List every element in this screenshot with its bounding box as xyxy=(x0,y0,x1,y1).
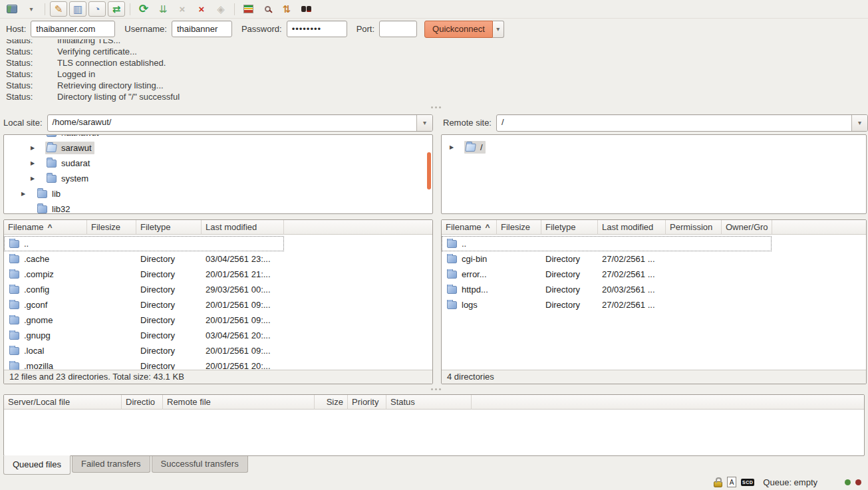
column-header-last-modified[interactable]: Last modified xyxy=(598,220,666,235)
toggle-queue-button[interactable]: ⇄ xyxy=(108,1,125,17)
tree-item-system[interactable]: ▶system xyxy=(4,171,432,186)
tree-item-lib32[interactable]: lib32 xyxy=(4,201,432,214)
file-cell-name: error... xyxy=(442,269,497,279)
tree-item-label-wrap: natthawut xyxy=(45,134,101,139)
file-row-httpd[interactable]: httpd...Directory20/03/2561 ... xyxy=(442,282,866,297)
column-header-filesize[interactable]: Filesize xyxy=(87,220,136,235)
column-header-label: Filesize xyxy=(91,222,120,232)
tree-item-sarawut[interactable]: ▶sarawut xyxy=(4,140,432,156)
column-header-filetype[interactable]: Filetype xyxy=(541,220,598,235)
tree-item-sudarat[interactable]: ▶sudarat xyxy=(4,156,432,171)
column-header-size[interactable]: Size xyxy=(315,395,348,410)
column-header-remote-file[interactable]: Remote file xyxy=(163,395,315,410)
tab-queued-files[interactable]: Queued files xyxy=(3,455,71,475)
tab-successful-transfers[interactable]: Successful transfers xyxy=(152,456,248,473)
file-cell-filetype: Directory xyxy=(136,269,202,279)
column-header-label: Last modified xyxy=(602,222,653,232)
site-manager-dropdown[interactable]: ▾ xyxy=(23,1,40,17)
cancel-button[interactable]: × xyxy=(174,1,191,17)
file-row-cgi-bin[interactable]: cgi-binDirectory27/02/2561 ... xyxy=(442,251,866,267)
refresh-icon: ⟳ xyxy=(139,3,148,15)
column-header-directio[interactable]: Directio xyxy=(122,395,163,410)
tree-item-label: / xyxy=(480,142,483,152)
local-tree-scrollbar[interactable] xyxy=(427,152,431,189)
refresh-button[interactable]: ⟳ xyxy=(135,1,152,17)
file-row-mozilla[interactable]: .mozillaDirectory20/01/2561 20:... xyxy=(4,358,432,370)
reconnect-button[interactable]: ◈ xyxy=(212,1,229,17)
file-row-gconf[interactable]: .gconfDirectory20/01/2561 09:... xyxy=(4,297,432,312)
file-row-gnome[interactable]: .gnomeDirectory20/01/2561 09:... xyxy=(4,312,432,328)
column-header-permission[interactable]: Permission xyxy=(666,220,722,235)
column-header-last-modified[interactable]: Last modified xyxy=(202,220,284,235)
file-row-[interactable]: .. xyxy=(442,236,772,251)
file-cell-filetype: Directory xyxy=(541,254,598,264)
column-header-filesize[interactable]: Filesize xyxy=(497,220,541,235)
folder-icon xyxy=(37,205,47,213)
search-icon xyxy=(265,6,271,12)
remote-tree: ▶/ xyxy=(442,135,866,155)
local-site-combo[interactable]: /home/sarawut/ ▾ xyxy=(47,114,433,132)
disconnect-button[interactable]: × xyxy=(193,1,210,17)
expander-icon[interactable]: ▶ xyxy=(21,191,30,197)
filename: .config xyxy=(24,285,49,295)
toggle-message-log-button[interactable]: ✎ xyxy=(50,1,67,17)
toggle-local-tree-button[interactable]: ▥ xyxy=(69,1,86,17)
file-row-compiz[interactable]: .compizDirectory20/01/2561 21:... xyxy=(4,267,432,282)
column-header-filename[interactable]: Filename^ xyxy=(4,220,87,235)
tree-item-label: sudarat xyxy=(61,158,90,168)
process-queue-button[interactable]: ⇊ xyxy=(154,1,172,17)
directory-comparison-button[interactable] xyxy=(239,1,257,17)
log-splitter[interactable] xyxy=(0,104,868,111)
expander-icon[interactable]: ▶ xyxy=(450,144,458,150)
username-input[interactable] xyxy=(172,21,232,37)
toggle-remote-tree-button[interactable]: ◔ xyxy=(88,1,106,17)
queue-header: Server/Local fileDirectioRemote fileSize… xyxy=(4,395,864,410)
quickconnect-button[interactable]: Quickconnect xyxy=(424,21,493,38)
password-input[interactable] xyxy=(287,21,347,37)
file-cell-modified: 20/01/2561 09:... xyxy=(202,315,284,325)
file-row-local[interactable]: .localDirectory20/01/2561 09:... xyxy=(4,343,432,358)
local-site-value[interactable]: /home/sarawut/ xyxy=(48,115,416,131)
file-row-gnupg[interactable]: .gnupgDirectory03/04/2561 20:... xyxy=(4,328,432,343)
file-cell-filetype: Directory xyxy=(541,285,598,295)
column-header-status[interactable]: Status xyxy=(386,395,472,410)
column-header-priority[interactable]: Priority xyxy=(348,395,386,410)
tab-failed-transfers[interactable]: Failed transfers xyxy=(72,456,150,473)
quickconnect-dropdown[interactable]: ▾ xyxy=(493,21,504,38)
queue-splitter[interactable] xyxy=(0,384,868,394)
remote-site-combo-arrow[interactable]: ▾ xyxy=(851,115,867,131)
remote-site-value[interactable]: / xyxy=(497,115,851,131)
file-row-logs[interactable]: logsDirectory27/02/2561 ... xyxy=(442,297,866,312)
tree-item-lib[interactable]: ▶lib xyxy=(4,186,432,201)
transfer-type-icon[interactable]: A xyxy=(727,477,736,487)
port-label: Port: xyxy=(357,24,374,34)
expander-icon[interactable]: ▶ xyxy=(31,145,39,151)
filter-button[interactable] xyxy=(297,1,315,17)
tree-item-natthawut[interactable]: natthawut xyxy=(4,134,432,140)
file-row-error[interactable]: error...Directory27/02/2561 ... xyxy=(442,267,866,282)
file-row-config[interactable]: .configDirectory29/03/2561 00:... xyxy=(4,282,432,297)
column-header-filename[interactable]: Filename^ xyxy=(442,220,497,235)
filename: .cache xyxy=(24,254,49,264)
file-cell-modified: 20/01/2561 09:... xyxy=(202,300,284,310)
expander-icon[interactable]: ▶ xyxy=(31,176,39,182)
filename: .. xyxy=(24,239,29,249)
tree-list-splitter[interactable] xyxy=(0,214,868,219)
host-input[interactable] xyxy=(31,21,115,37)
port-input[interactable] xyxy=(379,21,417,37)
synchronized-browsing-button[interactable]: ⇅ xyxy=(278,1,295,17)
file-row-[interactable]: .. xyxy=(4,236,284,251)
remote-list-body: ..cgi-binDirectory27/02/2561 ...error...… xyxy=(442,235,866,370)
lock-icon[interactable] xyxy=(714,481,722,487)
column-header-server-local-file[interactable]: Server/Local file xyxy=(4,395,122,410)
site-manager-button[interactable] xyxy=(3,1,21,17)
local-site-combo-arrow[interactable]: ▾ xyxy=(416,115,432,131)
column-header-owner-gro[interactable]: Owner/Gro xyxy=(722,220,772,235)
tree-item-[interactable]: ▶/ xyxy=(442,140,866,155)
expander-icon[interactable]: ▶ xyxy=(31,160,39,166)
file-row-cache[interactable]: .cacheDirectory03/04/2561 23:... xyxy=(4,251,432,267)
column-header-filetype[interactable]: Filetype xyxy=(136,220,202,235)
speed-limit-badge[interactable]: SCD xyxy=(741,479,754,486)
remote-site-combo[interactable]: / ▾ xyxy=(496,114,868,132)
find-files-button[interactable] xyxy=(259,1,276,17)
